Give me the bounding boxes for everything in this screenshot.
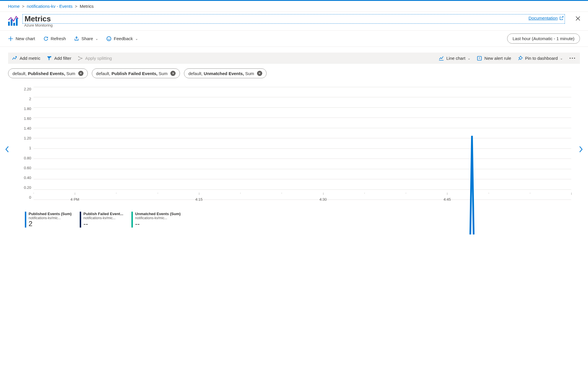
smiley-icon xyxy=(106,36,111,41)
new-alert-button[interactable]: New alert rule xyxy=(477,56,511,61)
y-tick-label: 1.20 xyxy=(17,136,31,140)
breadcrumb-sep: > xyxy=(75,4,77,9)
remove-metric-icon[interactable]: ✕ xyxy=(78,71,83,76)
y-tick-label: 0.60 xyxy=(17,166,31,170)
x-tick-label: 4 PM xyxy=(70,197,79,202)
chart-prev-button[interactable] xyxy=(3,144,11,156)
more-options-button[interactable]: ··· xyxy=(569,55,576,62)
chart-next-button[interactable] xyxy=(577,144,585,156)
y-tick-label: 2 xyxy=(17,97,31,101)
svg-point-4 xyxy=(107,36,111,41)
feedback-button[interactable]: Feedback ⌄ xyxy=(106,36,138,41)
filter-icon xyxy=(47,56,52,61)
new-chart-button[interactable]: New chart xyxy=(8,36,35,41)
y-tick-label: 0.40 xyxy=(17,176,31,180)
breadcrumb-current: Metrics xyxy=(80,4,94,9)
alert-icon xyxy=(477,56,482,61)
svg-rect-1 xyxy=(11,19,12,26)
y-tick-label: 0.80 xyxy=(17,156,31,160)
pin-icon xyxy=(518,56,523,61)
breadcrumb-home[interactable]: Home xyxy=(8,4,20,9)
chevron-down-icon: ⌄ xyxy=(135,37,138,41)
y-tick-label: 2.20 xyxy=(17,87,31,91)
refresh-icon xyxy=(43,36,49,41)
svg-rect-0 xyxy=(8,22,10,26)
breadcrumb-sep: > xyxy=(22,4,25,9)
svg-point-5 xyxy=(108,38,108,38)
metric-pill[interactable]: default, Published Events, Sum✕ xyxy=(8,68,88,78)
series-line xyxy=(34,136,571,234)
chart-type-selector[interactable]: Line chart ⌄ xyxy=(439,56,470,61)
metric-pill[interactable]: default, Unmatched Events, Sum✕ xyxy=(184,68,267,78)
breadcrumb-parent[interactable]: notifications-kv - Events xyxy=(27,4,72,9)
x-tick-label: 4:30 xyxy=(319,197,327,202)
plus-icon xyxy=(8,36,13,41)
chart-toolbar: Add metric Add filter Apply splitting Li… xyxy=(8,53,580,64)
time-range-picker[interactable]: Last hour (Automatic - 1 minute) xyxy=(507,33,580,44)
x-axis: 4 PM4:154:304:45 xyxy=(34,201,571,208)
y-tick-label: 1.40 xyxy=(17,126,31,131)
remove-metric-icon[interactable]: ✕ xyxy=(257,71,262,76)
metric-pill-text: default, Publish Failed Events, Sum xyxy=(96,71,168,76)
metric-pill[interactable]: default, Publish Failed Events, Sum✕ xyxy=(92,68,180,78)
y-axis: 2.2021.801.601.401.2010.800.600.400.200 xyxy=(17,87,31,200)
pin-dashboard-button[interactable]: Pin to dashboard ⌄ xyxy=(518,56,563,61)
y-tick-label: 1 xyxy=(17,146,31,150)
chart-plot[interactable]: 2.2021.801.601.401.2010.800.600.400.200 … xyxy=(17,87,571,208)
y-tick-label: 1.80 xyxy=(17,107,31,111)
chevron-down-icon: ⌄ xyxy=(468,56,470,60)
share-icon xyxy=(74,36,79,41)
breadcrumb: Home > notifications-kv - Events > Metri… xyxy=(0,1,588,12)
page-title: Metrics xyxy=(25,14,563,23)
toolbar: New chart Refresh Share ⌄ Feedback ⌄ Las… xyxy=(0,31,588,47)
chevron-down-icon: ⌄ xyxy=(560,56,563,60)
chart-lines xyxy=(34,87,571,234)
add-filter-button[interactable]: Add filter xyxy=(47,56,71,61)
chevron-down-icon: ⌄ xyxy=(95,37,98,41)
refresh-button[interactable]: Refresh xyxy=(43,36,66,41)
chart-region: 2.2021.801.601.401.2010.800.600.400.200 … xyxy=(4,87,584,228)
metric-pills-row: default, Published Events, Sum✕default, … xyxy=(8,68,580,78)
x-tick-label: 4:15 xyxy=(195,197,202,202)
metrics-icon xyxy=(8,14,19,26)
line-chart-icon xyxy=(439,56,444,61)
apply-splitting-button: Apply splitting xyxy=(78,56,112,61)
remove-metric-icon[interactable]: ✕ xyxy=(170,71,176,76)
share-button[interactable]: Share ⌄ xyxy=(74,36,98,41)
page-header: Metrics Documentation Azure Monitoring xyxy=(0,12,588,31)
split-icon xyxy=(78,56,83,61)
metric-pill-text: default, Unmatched Events, Sum xyxy=(188,71,254,76)
legend-color-swatch xyxy=(25,212,26,228)
svg-rect-3 xyxy=(16,18,18,26)
close-button[interactable] xyxy=(575,16,580,23)
y-tick-label: 1.60 xyxy=(17,116,31,121)
metric-pill-text: default, Published Events, Sum xyxy=(12,71,75,76)
svg-rect-2 xyxy=(13,23,15,26)
y-tick-label: 0 xyxy=(17,195,31,200)
add-metric-button[interactable]: Add metric xyxy=(12,56,40,61)
page-subtitle: Azure Monitoring xyxy=(23,23,565,27)
svg-point-6 xyxy=(109,38,110,38)
y-tick-label: 0.20 xyxy=(17,185,31,190)
add-metric-icon xyxy=(12,56,17,61)
documentation-link[interactable]: Documentation xyxy=(529,16,563,21)
external-link-icon xyxy=(559,16,563,20)
x-tick-label: 4:45 xyxy=(444,197,451,202)
